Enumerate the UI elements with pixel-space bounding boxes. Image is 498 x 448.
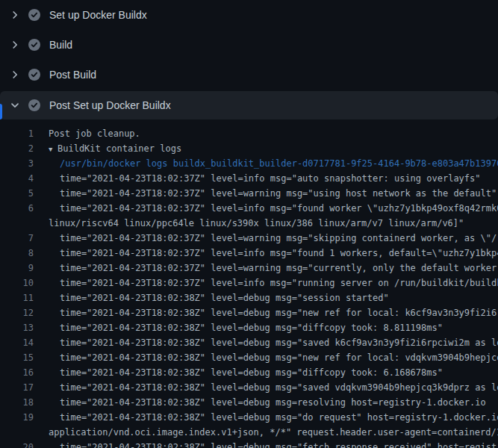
log-text: time="2021-04-23T18:02:38Z" level=debug … — [34, 395, 486, 410]
log-row: 20time="2021-04-23T18:02:38Z" level=debu… — [0, 440, 498, 448]
log-row: 13time="2021-04-23T18:02:38Z" level=debu… — [0, 320, 498, 335]
line-number[interactable]: 1 — [0, 126, 34, 141]
log-text: time="2021-04-23T18:02:37Z" level=info m… — [34, 201, 498, 216]
log-text: time="2021-04-23T18:02:37Z" level=warnin… — [34, 231, 498, 246]
log-row: linux/riscv64 linux/ppc64le linux/s390x … — [0, 216, 498, 231]
log-row: application/vnd.oci.image.index.v1+json,… — [0, 425, 498, 440]
chevron-right-icon[interactable] — [9, 39, 21, 51]
log-text: Post job cleanup. — [34, 126, 140, 141]
log-text: time="2021-04-23T18:02:38Z" level=debug … — [34, 440, 498, 448]
line-number[interactable]: 16 — [0, 365, 34, 380]
log-text: time="2021-04-23T18:02:38Z" level=debug … — [34, 320, 443, 335]
chevron-right-icon[interactable] — [9, 69, 21, 81]
line-number[interactable]: 6 — [0, 201, 34, 216]
line-number[interactable]: 7 — [0, 231, 34, 246]
chevron-down-icon[interactable] — [9, 99, 21, 111]
log-text: time="2021-04-23T18:02:38Z" level=debug … — [34, 335, 498, 350]
log-row: 19time="2021-04-23T18:02:38Z" level=debu… — [0, 410, 498, 425]
log-row: 8time="2021-04-23T18:02:37Z" level=info … — [0, 246, 498, 261]
log-row: 12time="2021-04-23T18:02:38Z" level=debu… — [0, 305, 498, 320]
line-number[interactable]: 11 — [0, 290, 34, 305]
line-number[interactable]: 8 — [0, 246, 34, 261]
check-circle-icon — [28, 39, 40, 51]
line-number — [0, 216, 34, 231]
line-number[interactable]: 12 — [0, 305, 34, 320]
log-row: 3/usr/bin/docker logs buildx_buildkit_bu… — [0, 156, 498, 171]
step-label: Set up Docker Buildx — [49, 9, 147, 21]
line-number[interactable]: 19 — [0, 410, 34, 425]
log-row: 18time="2021-04-23T18:02:38Z" level=debu… — [0, 395, 498, 410]
log-text: time="2021-04-23T18:02:37Z" level=info m… — [34, 246, 498, 261]
line-number[interactable]: 9 — [0, 261, 34, 276]
log-text: time="2021-04-23T18:02:38Z" level=debug … — [34, 410, 498, 425]
log-row: 14time="2021-04-23T18:02:38Z" level=debu… — [0, 335, 498, 350]
group-toggle-icon[interactable]: ▼ — [49, 142, 57, 156]
line-number[interactable]: 17 — [0, 380, 34, 395]
line-number[interactable]: 5 — [0, 186, 34, 201]
log-row: 11time="2021-04-23T18:02:38Z" level=debu… — [0, 290, 498, 305]
steps-list: Set up Docker BuildxBuildPost BuildPost … — [0, 0, 498, 119]
log-row: 7time="2021-04-23T18:02:37Z" level=warni… — [0, 231, 498, 246]
step-label: Post Build — [49, 69, 96, 81]
step-row-set-up-docker-buildx[interactable]: Set up Docker Buildx — [0, 0, 498, 30]
line-number[interactable]: 10 — [0, 276, 34, 290]
log-text: time="2021-04-23T18:02:38Z" level=debug … — [34, 365, 443, 380]
line-number[interactable]: 18 — [0, 395, 34, 410]
line-number — [0, 425, 34, 440]
line-number[interactable]: 2 — [0, 141, 34, 156]
log-row: 17time="2021-04-23T18:02:38Z" level=debu… — [0, 380, 498, 395]
log-row: 1Post job cleanup. — [0, 126, 498, 141]
log-row: 16time="2021-04-23T18:02:38Z" level=debu… — [0, 365, 498, 380]
step-label: Build — [49, 39, 72, 51]
step-row-post-set-up-docker-buildx[interactable]: Post Set up Docker Buildx — [0, 91, 498, 119]
line-number[interactable]: 13 — [0, 320, 34, 335]
log-row: 10time="2021-04-23T18:02:37Z" level=info… — [0, 276, 498, 290]
line-number[interactable]: 14 — [0, 335, 34, 350]
log-row: 15time="2021-04-23T18:02:38Z" level=debu… — [0, 350, 498, 365]
check-circle-icon — [28, 9, 40, 21]
log-text: time="2021-04-23T18:02:37Z" level=info m… — [34, 171, 481, 186]
log-text: time="2021-04-23T18:02:38Z" level=debug … — [34, 380, 498, 395]
log-row: 9time="2021-04-23T18:02:37Z" level=warni… — [0, 261, 498, 276]
line-number[interactable]: 3 — [0, 156, 34, 171]
log-text: time="2021-04-23T18:02:37Z" level=warnin… — [34, 261, 498, 276]
log-text: application/vnd.oci.image.index.v1+json,… — [34, 425, 498, 440]
log-text: time="2021-04-23T18:02:38Z" level=debug … — [34, 350, 498, 365]
line-number[interactable]: 4 — [0, 171, 34, 186]
log-viewer: 1Post job cleanup.2▼BuildKit container l… — [0, 119, 498, 448]
step-row-build[interactable]: Build — [0, 30, 498, 60]
log-row: 6time="2021-04-23T18:02:37Z" level=info … — [0, 201, 498, 216]
step-label: Post Set up Docker Buildx — [49, 99, 171, 111]
log-text: time="2021-04-23T18:02:38Z" level=debug … — [34, 305, 498, 320]
log-text: time="2021-04-23T18:02:37Z" level=warnin… — [34, 186, 497, 201]
group-label: BuildKit container logs — [57, 143, 181, 154]
log-row: 2▼BuildKit container logs — [0, 141, 498, 156]
check-circle-icon — [28, 99, 40, 111]
step-row-post-build[interactable]: Post Build — [0, 60, 498, 90]
line-number[interactable]: 15 — [0, 350, 34, 365]
log-text: linux/riscv64 linux/ppc64le linux/s390x … — [34, 216, 464, 231]
log-row: 4time="2021-04-23T18:02:37Z" level=info … — [0, 171, 498, 186]
log-row: 5time="2021-04-23T18:02:37Z" level=warni… — [0, 186, 498, 201]
log-text: time="2021-04-23T18:02:38Z" level=debug … — [34, 290, 389, 305]
active-step-indicator — [0, 104, 2, 119]
log-text: time="2021-04-23T18:02:37Z" level=info m… — [34, 276, 498, 290]
chevron-right-icon[interactable] — [9, 9, 21, 21]
check-circle-icon — [28, 69, 40, 81]
log-text: ▼BuildKit container logs — [34, 141, 181, 156]
line-number[interactable]: 20 — [0, 440, 34, 448]
log-command-text: /usr/bin/docker logs buildx_buildkit_bui… — [34, 156, 498, 171]
